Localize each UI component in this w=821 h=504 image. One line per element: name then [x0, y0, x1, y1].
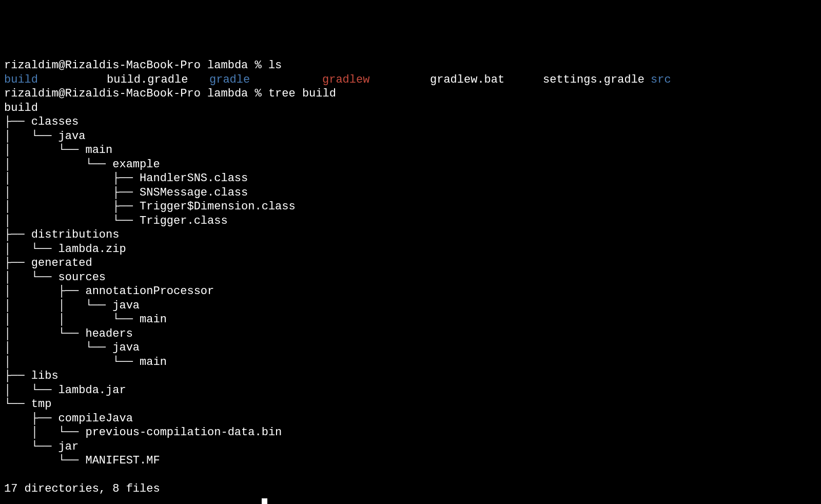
- tree-line: ├── libs: [4, 369, 817, 383]
- tree-line: │ └── main: [4, 143, 817, 158]
- tree-line: │ └── java: [4, 341, 817, 355]
- tree-line: │ └── headers: [4, 327, 817, 341]
- tree-line: │ │ └── java: [4, 299, 817, 313]
- tree-line: │ ├── HandlerSNS.class: [4, 171, 817, 186]
- ls-item-gradlew: gradlew: [322, 73, 430, 87]
- tree-line: ├── distributions: [4, 228, 817, 242]
- tree-line: │ └── Trigger.class: [4, 214, 817, 228]
- ls-item-settings-gradle: settings.gradle: [543, 73, 651, 87]
- tree-summary: 17 directories, 8 files: [4, 482, 817, 496]
- ls-output-row: buildbuild.gradlegradlegradlewgradlew.ba…: [4, 73, 817, 87]
- cursor-line: [4, 496, 817, 505]
- tree-line: │ └── java: [4, 129, 817, 144]
- tree-line: │ └── lambda.zip: [4, 242, 817, 257]
- tree-line: │ └── lambda.jar: [4, 383, 817, 398]
- ls-item-build-gradle: build.gradle: [107, 73, 209, 87]
- prompt-prefix: rizaldim@Rizaldis-MacBook-Pro lambda %: [4, 59, 268, 72]
- terminal-output[interactable]: rizaldim@Rizaldis-MacBook-Pro lambda % l…: [4, 59, 817, 504]
- tree-line: └── MANIFEST.MF: [4, 454, 817, 468]
- ls-item-src: src: [651, 73, 671, 87]
- tree-line: │ └── previous-compilation-data.bin: [4, 425, 817, 440]
- cursor-icon: [262, 498, 267, 505]
- tree-line: │ └── main: [4, 355, 817, 370]
- tree-line: └── jar: [4, 440, 817, 454]
- tree-line: │ ├── Trigger$Dimension.class: [4, 200, 817, 214]
- tree-line: build: [4, 101, 817, 115]
- command-tree: tree build: [268, 87, 336, 100]
- tree-line: ├── classes: [4, 115, 817, 129]
- tree-line: └── tmp: [4, 397, 817, 412]
- command-ls: ls: [268, 59, 282, 72]
- blank-line: [4, 468, 817, 482]
- tree-output: build├── classes│ └── java│ └── main│ └─…: [4, 101, 817, 468]
- tree-line: │ │ └── main: [4, 313, 817, 327]
- prompt-line-1: rizaldim@Rizaldis-MacBook-Pro lambda % l…: [4, 59, 817, 73]
- tree-line: │ └── sources: [4, 270, 817, 285]
- prompt-prefix: rizaldim@Rizaldis-MacBook-Pro lambda %: [4, 87, 268, 100]
- ls-item-build: build: [4, 73, 107, 87]
- tree-line: │ ├── annotationProcessor: [4, 284, 817, 299]
- tree-line: ├── compileJava: [4, 412, 817, 426]
- tree-line: │ ├── SNSMessage.class: [4, 186, 817, 200]
- tree-line: ├── generated: [4, 256, 817, 270]
- ls-item-gradlew-bat: gradlew.bat: [430, 73, 543, 87]
- prompt-line-2: rizaldim@Rizaldis-MacBook-Pro lambda % t…: [4, 87, 817, 101]
- ls-item-gradle: gradle: [209, 73, 322, 87]
- tree-line: │ └── example: [4, 158, 817, 172]
